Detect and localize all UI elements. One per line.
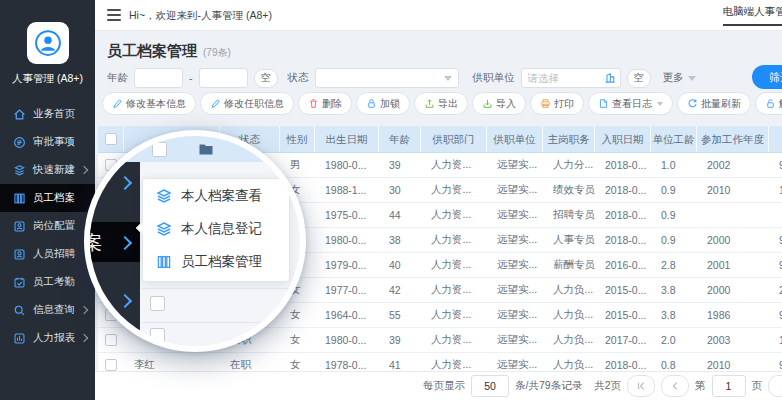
chevron-right-icon xyxy=(118,294,132,308)
cell: 人力资... xyxy=(421,158,487,172)
select-all-checkbox[interactable] xyxy=(105,133,117,145)
cell: 2015-0... xyxy=(595,284,651,296)
chevron-right-icon xyxy=(80,334,88,342)
cell: 41 xyxy=(379,359,421,371)
unlock-button[interactable]: 解锁 xyxy=(755,92,782,115)
cell: 2 xyxy=(769,284,782,296)
cell: 2017-0... xyxy=(595,334,651,346)
age-to-input[interactable] xyxy=(199,68,248,88)
cell: 9 xyxy=(769,309,782,321)
sidebar-item-quick-create[interactable]: 快速新建 xyxy=(0,156,95,184)
sidebar-item-hr-report[interactable]: 人力报表 xyxy=(0,324,95,352)
sidebar: 人事管理 (A8+) 业务首页 审批事项 快速新建 员工档案 岗位配置 人员招聘… xyxy=(0,0,95,400)
import-button[interactable]: 导入 xyxy=(472,92,526,115)
page-title-row: 员工档案管理 (79条) xyxy=(107,42,231,61)
app-logo xyxy=(27,22,69,64)
sidebar-item-attendance[interactable]: 员工考勤 xyxy=(0,268,95,296)
export-icon xyxy=(424,98,435,109)
edit-job-info-button[interactable]: 修改任职信息 xyxy=(200,92,294,115)
magnifier-loupe: 建 案 置 本人档案查看 本人信息登记 员工档案管理 xyxy=(84,130,306,352)
sidebar-item-employee-archive[interactable]: 员工档案 xyxy=(0,184,95,212)
delete-button[interactable]: 删除 xyxy=(298,92,352,115)
printer-icon xyxy=(540,98,551,109)
cell: 1980-0... xyxy=(315,159,379,171)
per-page-input[interactable] xyxy=(471,375,509,397)
cell: 0.9 xyxy=(651,234,697,246)
cell: 39 xyxy=(379,334,421,346)
column-header: 出生日期 xyxy=(315,126,379,152)
age-from-input[interactable] xyxy=(134,68,183,88)
cell: 人力资... xyxy=(421,283,487,297)
print-button[interactable]: 打印 xyxy=(530,92,584,115)
cell: 39 xyxy=(379,159,421,171)
chevron-right-icon xyxy=(80,166,88,174)
approval-icon xyxy=(13,136,26,149)
age-label: 年龄 xyxy=(107,71,128,85)
cell: 0.9 xyxy=(651,184,697,196)
cell: 2018-0... xyxy=(595,159,651,171)
cell: 3.8 xyxy=(651,309,697,321)
hr-report-icon xyxy=(13,332,26,345)
greeting-text: Hi~，欢迎来到-人事管理 (A8+) xyxy=(129,9,272,23)
sidebar-item-approval[interactable]: 审批事项 xyxy=(0,128,95,156)
edit-basic-info-button[interactable]: 修改基本信息 xyxy=(102,92,196,115)
cell: 1975-0... xyxy=(315,209,379,221)
batch-refresh-button[interactable]: 批量刷新 xyxy=(677,92,751,115)
submenu-item-employee-archive-mgmt[interactable]: 员工档案管理 xyxy=(143,245,289,278)
edit-icon xyxy=(112,98,123,109)
sidebar-item-business-home[interactable]: 业务首页 xyxy=(0,100,95,128)
chevron-down-icon xyxy=(657,102,663,106)
cell: 女 xyxy=(280,333,315,347)
cell: 1977-0... xyxy=(315,284,379,296)
prev-page-button[interactable] xyxy=(661,375,689,397)
cell: 远望实... xyxy=(487,358,543,372)
cell: 远望实... xyxy=(487,158,543,172)
lock-button[interactable]: 加锁 xyxy=(356,92,410,115)
page-prefix: 第 xyxy=(695,379,706,393)
cell: 人力负... xyxy=(543,308,595,322)
layers-icon xyxy=(156,221,172,237)
cell: 在职 xyxy=(220,358,280,372)
page-number-input[interactable] xyxy=(712,375,746,397)
age-clear-button[interactable]: 空 xyxy=(254,69,278,88)
view-log-button[interactable]: 查看日志 xyxy=(588,92,673,115)
submenu-item-view-own-archive[interactable]: 本人档案查看 xyxy=(143,179,289,212)
cell: 3.8 xyxy=(651,284,697,296)
first-page-button[interactable] xyxy=(627,375,655,397)
sidebar-item-position-config[interactable]: 岗位配置 xyxy=(0,212,95,240)
cell: 38 xyxy=(379,234,421,246)
cell: 人力负... xyxy=(543,283,595,297)
cell: 1.0 xyxy=(651,159,697,171)
row-checkbox[interactable] xyxy=(105,359,117,371)
cell: 远望实... xyxy=(487,308,543,322)
row-checkbox[interactable] xyxy=(105,334,117,346)
cell: 2016-0... xyxy=(595,259,651,271)
cell: 9 xyxy=(769,234,782,246)
cell: 人力资... xyxy=(421,358,487,372)
sidebar-item-info-query[interactable]: 信息查询 xyxy=(0,296,95,324)
sidebar-item-recruitment[interactable]: 人员招聘 xyxy=(0,240,95,268)
cell: 0.8 xyxy=(651,359,697,371)
more-filters-button[interactable]: 更多 xyxy=(663,71,696,85)
cell: 远望实... xyxy=(487,333,543,347)
next-page-button[interactable] xyxy=(768,375,782,397)
menu-toggle-icon[interactable] xyxy=(107,9,121,21)
column-header: 参 xyxy=(769,126,782,152)
filter-submit-button[interactable]: 筛选 xyxy=(752,65,782,89)
cell: 远望实... xyxy=(487,208,543,222)
folder-icon xyxy=(198,141,214,157)
chevron-right-icon xyxy=(80,306,88,314)
row-select-cell xyxy=(98,334,124,346)
status-select[interactable] xyxy=(315,68,459,88)
cell: 42 xyxy=(379,284,421,296)
cell: 2003 xyxy=(697,334,769,346)
cell: 人力资... xyxy=(421,333,487,347)
export-button[interactable]: 导出 xyxy=(414,92,468,115)
tab-pc-hr[interactable]: 电脑端人事管理 xyxy=(723,5,782,26)
unit-clear-button[interactable]: 空 xyxy=(627,69,651,88)
refresh-icon xyxy=(687,98,698,109)
lock-icon xyxy=(366,98,377,109)
document-icon xyxy=(598,98,609,109)
cell: 人力资... xyxy=(421,183,487,197)
submenu-item-register-own-info[interactable]: 本人信息登记 xyxy=(143,212,289,245)
